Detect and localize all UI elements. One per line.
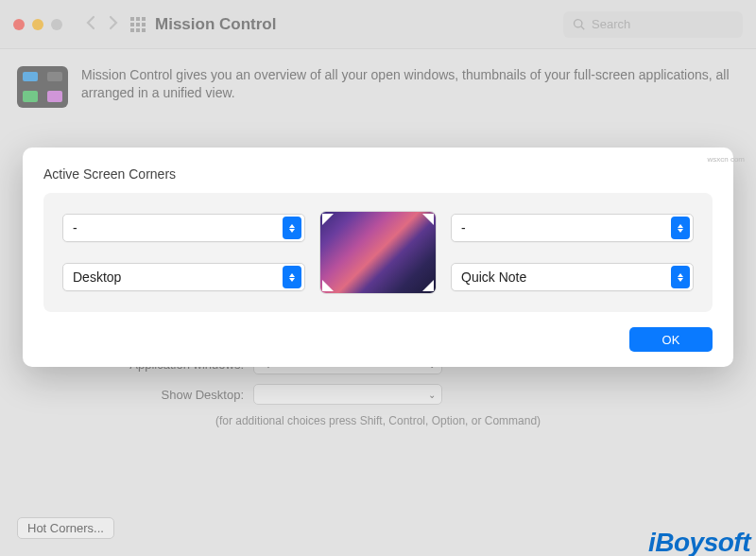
sheet-title: Active Screen Corners (43, 166, 713, 182)
corner-indicator-tr (422, 214, 434, 225)
ok-button[interactable]: OK (629, 327, 713, 352)
select-value: Desktop (73, 269, 121, 285)
stepper-icon (671, 266, 690, 288)
watermark-logo: iBoysoft (648, 528, 750, 556)
top-right-corner-select[interactable]: - (451, 214, 694, 242)
corner-indicator-tl (322, 214, 334, 225)
bottom-left-corner-select[interactable]: Desktop (62, 263, 305, 291)
bottom-right-corner-select[interactable]: Quick Note (451, 263, 694, 291)
top-left-corner-select[interactable]: - (62, 214, 305, 242)
stepper-icon (283, 266, 301, 288)
desktop-preview (320, 212, 436, 293)
corner-indicator-br (422, 280, 434, 291)
active-screen-corners-sheet: Active Screen Corners - Desktop (23, 148, 733, 367)
corners-panel: - Desktop - Quick N (43, 193, 713, 312)
corner-indicator-bl (322, 280, 334, 291)
select-value: - (73, 220, 77, 235)
stepper-icon (283, 217, 301, 239)
stepper-icon (671, 217, 690, 239)
select-value: Quick Note (461, 269, 526, 285)
source-tag: wsxcn com (707, 155, 745, 164)
select-value: - (461, 220, 466, 235)
